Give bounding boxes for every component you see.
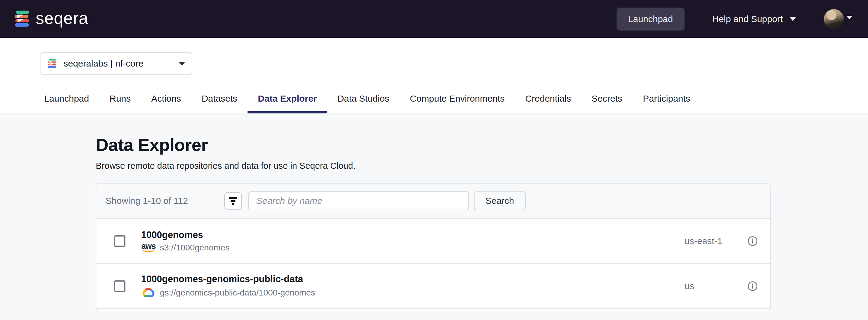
page-subtitle: Browse remote data repositories and data… — [96, 161, 771, 171]
tab-data-studios[interactable]: Data Studios — [327, 93, 400, 113]
tab-runs[interactable]: Runs — [99, 93, 141, 113]
data-explorer-page: Data Explorer Browse remote data reposit… — [0, 135, 868, 311]
info-icon[interactable] — [747, 281, 758, 291]
search-input[interactable] — [248, 192, 469, 210]
tab-actions[interactable]: Actions — [141, 93, 191, 113]
tab-secrets[interactable]: Secrets — [581, 93, 632, 113]
tab-credentials[interactable]: Credentials — [515, 93, 582, 113]
seqera-logo-icon — [14, 10, 30, 28]
help-and-support-label: Help and Support — [712, 14, 783, 24]
tab-compute-environments[interactable]: Compute Environments — [400, 93, 515, 113]
panel-toolbar: Showing 1-10 of 112 Search — [96, 183, 770, 219]
bucket-uri: s3://1000genomes — [160, 243, 229, 253]
region-label: us-east-1 — [685, 236, 736, 246]
results-count: Showing 1-10 of 112 — [105, 196, 188, 206]
chevron-down-icon — [179, 62, 185, 66]
row-checkbox[interactable] — [114, 235, 125, 247]
workspace-tabs: Launchpad Runs Actions Datasets Data Exp… — [34, 93, 868, 113]
top-navbar: seqera Launchpad Help and Support — [0, 0, 868, 38]
tab-data-explorer[interactable]: Data Explorer — [248, 93, 327, 113]
data-explorer-panel: Showing 1-10 of 112 Search 1000genomes a… — [96, 183, 771, 311]
region-label: us — [685, 281, 736, 291]
tab-launchpad[interactable]: Launchpad — [34, 93, 99, 113]
tab-participants[interactable]: Participants — [632, 93, 701, 113]
chevron-down-icon — [789, 17, 796, 21]
bucket-uri: gs://genomics-public-data/1000-genomes — [160, 288, 315, 298]
chevron-down-icon — [846, 16, 852, 19]
workspace-selector[interactable]: seqeralabs | nf-core — [40, 52, 192, 75]
gcp-provider-icon — [141, 287, 156, 298]
table-row[interactable]: 1000genomes-genomics-public-data gs://ge… — [96, 264, 770, 309]
workspace-selected-label: seqeralabs | nf-core — [63, 58, 163, 69]
tab-datasets[interactable]: Datasets — [191, 93, 248, 113]
avatar[interactable] — [824, 9, 844, 29]
help-and-support-menu[interactable]: Help and Support — [712, 14, 796, 24]
filter-icon — [229, 197, 237, 199]
info-icon[interactable] — [747, 236, 758, 246]
row-checkbox[interactable] — [114, 280, 125, 292]
user-menu[interactable] — [824, 9, 852, 29]
search-button[interactable]: Search — [474, 192, 526, 210]
bucket-name[interactable]: 1000genomes-genomics-public-data — [141, 274, 685, 285]
launchpad-button[interactable]: Launchpad — [617, 7, 684, 31]
workspace-dropdown-toggle[interactable] — [172, 62, 192, 66]
filter-button[interactable] — [224, 192, 242, 210]
aws-provider-icon: aws — [141, 243, 156, 252]
brand-wordmark: seqera — [36, 10, 88, 28]
page-title: Data Explorer — [96, 135, 771, 155]
bucket-name[interactable]: 1000genomes — [141, 230, 685, 240]
next-row-edge — [96, 309, 770, 311]
seqera-logo-small-icon — [48, 58, 57, 69]
workspace-header: seqeralabs | nf-core Launchpad Runs Acti… — [0, 38, 868, 113]
table-row[interactable]: 1000genomes aws s3://1000genomes us-east… — [96, 219, 770, 264]
seqera-brand[interactable]: seqera — [14, 10, 88, 28]
